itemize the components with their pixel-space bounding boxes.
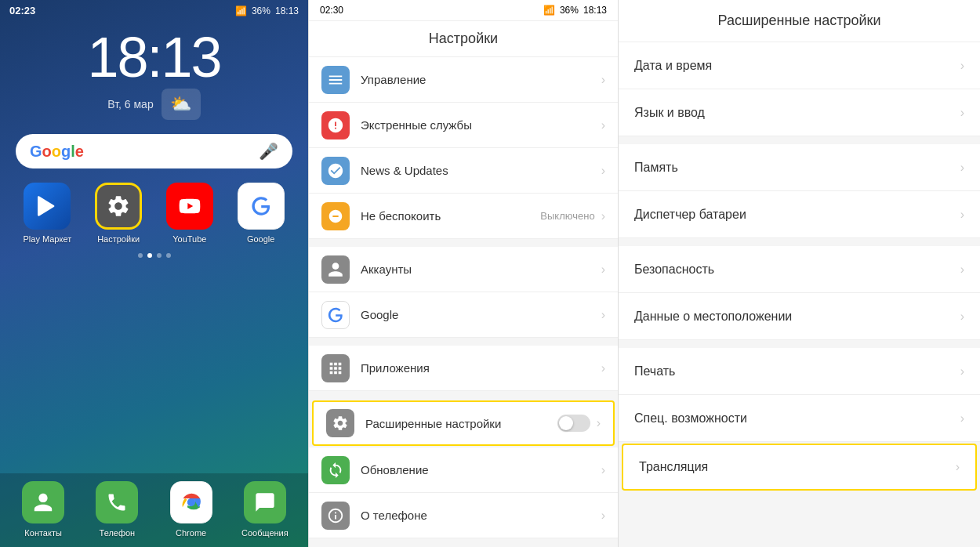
home-clock: 18:13 Вт, 6 мар ⛅ bbox=[0, 29, 308, 120]
extended-location[interactable]: Данные о местоположении › bbox=[619, 293, 980, 340]
divider-1 bbox=[309, 239, 618, 247]
settings-item-emergency[interactable]: Экстренные службы › bbox=[309, 103, 618, 148]
extended-divider-2 bbox=[619, 238, 980, 246]
security-chevron: › bbox=[960, 263, 964, 277]
extended-settings-panel: Расширенные настройки Дата и время › Язы… bbox=[619, 0, 980, 547]
security-label: Безопасность bbox=[634, 263, 960, 277]
accounts-icon bbox=[321, 255, 350, 284]
language-chevron: › bbox=[960, 106, 964, 120]
advanced-toggle[interactable] bbox=[557, 415, 590, 432]
settings-item-advanced[interactable]: Расширенные настройки › bbox=[312, 400, 615, 446]
extended-list: Дата и время › Язык и ввод › Память › Ди… bbox=[619, 42, 980, 491]
home-clock-time: 18:13 bbox=[275, 5, 299, 16]
update-icon bbox=[321, 456, 350, 484]
divider-3 bbox=[309, 391, 618, 399]
app-grid: Play Маркет Настройки YouTube Google bbox=[0, 168, 308, 244]
app-google[interactable]: Google bbox=[229, 183, 292, 244]
settings-item-dnd[interactable]: Не беспокоить Выключено › bbox=[309, 194, 618, 239]
language-label: Язык и ввод bbox=[634, 106, 960, 120]
advanced-chevron: › bbox=[597, 416, 601, 430]
signal-icon: 📶 bbox=[235, 5, 247, 16]
extended-security[interactable]: Безопасность › bbox=[619, 246, 980, 293]
settings-item-update[interactable]: Обновление › bbox=[309, 447, 618, 493]
management-label: Управление bbox=[361, 73, 601, 86]
google-logo: Google bbox=[30, 143, 84, 161]
settings-signal: 📶 bbox=[543, 5, 555, 16]
extended-datetime[interactable]: Дата и время › bbox=[619, 42, 980, 89]
dock-contacts-label: Контакты bbox=[24, 528, 62, 538]
location-chevron: › bbox=[960, 310, 964, 324]
extended-divider-3 bbox=[619, 340, 980, 348]
home-screen: 02:23 📶 36% 18:13 18:13 Вт, 6 мар ⛅ Goog… bbox=[0, 0, 308, 547]
management-icon bbox=[321, 66, 350, 94]
memory-label: Память bbox=[634, 161, 960, 175]
extended-battery[interactable]: Диспетчер батареи › bbox=[619, 191, 980, 238]
apps-chevron: › bbox=[601, 361, 605, 375]
extended-language[interactable]: Язык и ввод › bbox=[619, 89, 980, 136]
clock-display: 18:13 bbox=[0, 29, 308, 85]
advanced-icon bbox=[326, 409, 354, 437]
dot-2 bbox=[147, 253, 152, 258]
extended-divider-1 bbox=[619, 136, 980, 144]
dot-3 bbox=[157, 253, 162, 258]
settings-time: 02:30 bbox=[320, 5, 343, 16]
emergency-chevron: › bbox=[601, 118, 605, 132]
settings-clock: 18:13 bbox=[583, 5, 607, 16]
extended-print[interactable]: Печать › bbox=[619, 348, 980, 395]
bottom-dock: Контакты Телефон Chrome bbox=[0, 473, 308, 547]
dock-messages-label: Сообщения bbox=[241, 528, 289, 538]
dnd-chevron: › bbox=[601, 209, 605, 223]
datetime-chevron: › bbox=[960, 59, 964, 73]
accounts-chevron: › bbox=[601, 263, 605, 277]
app-settings-label: Настройки bbox=[97, 234, 140, 244]
settings-panel: 02:30 📶 36% 18:13 Настройки Управление ›… bbox=[308, 0, 619, 547]
settings-item-about[interactable]: О телефоне › bbox=[309, 493, 618, 538]
dock-phone[interactable]: Телефон bbox=[82, 481, 152, 538]
management-chevron: › bbox=[601, 73, 605, 87]
app-google-label: Google bbox=[247, 234, 274, 244]
about-label: О телефоне bbox=[361, 509, 601, 522]
advanced-label: Расширенные настройки bbox=[365, 417, 557, 430]
home-time: 02:23 bbox=[9, 5, 35, 16]
extended-accessibility[interactable]: Спец. возможности › bbox=[619, 395, 980, 442]
app-play-market[interactable]: Play Маркет bbox=[16, 183, 79, 244]
news-chevron: › bbox=[601, 164, 605, 178]
divider-2 bbox=[309, 338, 618, 346]
google-settings-label: Google bbox=[361, 308, 601, 321]
accounts-label: Аккаунты bbox=[361, 263, 601, 276]
settings-item-management[interactable]: Управление › bbox=[309, 57, 618, 103]
google-search-bar[interactable]: Google 🎤 bbox=[16, 134, 292, 168]
battery-label: Диспетчер батареи bbox=[634, 208, 960, 222]
dock-chrome[interactable]: Chrome bbox=[156, 481, 227, 538]
settings-title: Настройки bbox=[309, 21, 618, 57]
print-label: Печать bbox=[634, 364, 960, 379]
app-youtube-label: YouTube bbox=[172, 234, 206, 244]
extended-memory[interactable]: Память › bbox=[619, 144, 980, 191]
app-youtube[interactable]: YouTube bbox=[158, 183, 222, 244]
extended-title: Расширенные настройки bbox=[619, 0, 980, 42]
dot-1 bbox=[138, 253, 143, 258]
dnd-label: Не беспокоить bbox=[361, 209, 540, 223]
mic-icon[interactable]: 🎤 bbox=[259, 142, 278, 161]
datetime-label: Дата и время bbox=[634, 59, 960, 73]
settings-item-accounts[interactable]: Аккаунты › bbox=[309, 247, 618, 292]
dock-messages[interactable]: Сообщения bbox=[230, 481, 300, 538]
dock-phone-label: Телефон bbox=[100, 528, 136, 538]
home-status-bar: 02:23 📶 36% 18:13 bbox=[0, 0, 308, 21]
emergency-icon bbox=[321, 111, 350, 139]
update-label: Обновление bbox=[361, 463, 601, 476]
settings-item-news[interactable]: News & Updates › bbox=[309, 148, 618, 194]
app-settings[interactable]: Настройки bbox=[87, 183, 151, 244]
google-icon bbox=[321, 301, 350, 329]
apps-icon bbox=[321, 354, 350, 382]
weather-icon: ⛅ bbox=[162, 89, 201, 120]
extended-cast[interactable]: Трансляция › bbox=[622, 444, 977, 491]
dock-contacts[interactable]: Контакты bbox=[8, 481, 78, 538]
settings-list: Управление › Экстренные службы › News & … bbox=[309, 57, 618, 538]
settings-battery: 36% bbox=[560, 5, 579, 16]
print-chevron: › bbox=[960, 364, 964, 379]
settings-item-google[interactable]: Google › bbox=[309, 292, 618, 338]
settings-item-apps[interactable]: Приложения › bbox=[309, 346, 618, 391]
news-label: News & Updates bbox=[361, 164, 601, 177]
news-icon bbox=[321, 157, 350, 185]
